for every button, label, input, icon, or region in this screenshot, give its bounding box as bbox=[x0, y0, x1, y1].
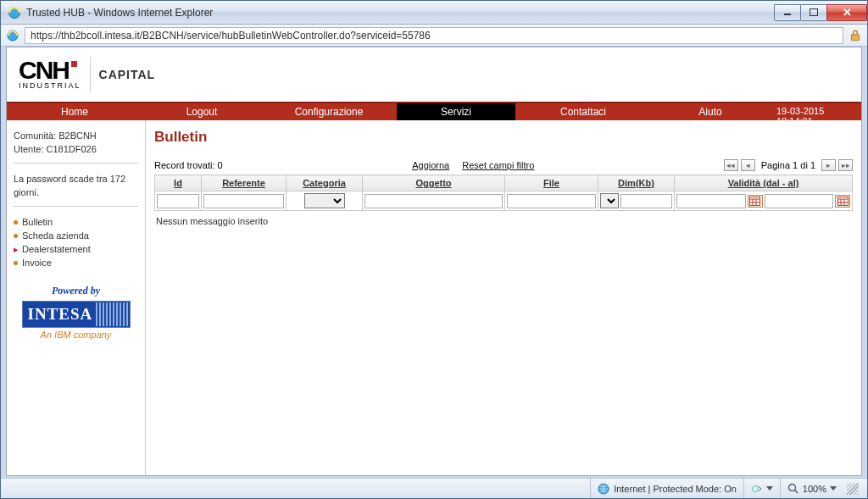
no-results-label: Nessun messaggio inserito bbox=[154, 211, 853, 231]
calendar-from-button[interactable] bbox=[748, 195, 763, 208]
content: Bulletin Record trovati: 0 Aggiorna Rese… bbox=[146, 120, 861, 475]
window-title: Trusted HUB - Windows Internet Explorer bbox=[26, 7, 775, 19]
brand-red-square-icon bbox=[71, 61, 77, 67]
filter-categoria-select[interactable] bbox=[304, 193, 345, 208]
ie-favicon bbox=[8, 6, 21, 19]
sidebar-user: Utente: C181DF026 bbox=[14, 142, 138, 156]
lock-icon bbox=[849, 29, 862, 42]
svg-point-16 bbox=[752, 485, 758, 491]
svg-rect-1 bbox=[784, 14, 791, 15]
svg-rect-5 bbox=[750, 197, 760, 205]
powered-by-block: Powered by INTESA An IBM company bbox=[14, 285, 138, 340]
page-client-area: CNH INDUSTRIAL CAPITAL Home Logout Confi… bbox=[6, 47, 862, 476]
page-prev-button[interactable]: ◂ bbox=[741, 159, 755, 171]
filter-valid-to-input[interactable] bbox=[765, 194, 834, 208]
main-menu: Home Logout Configurazione Servizi Conta… bbox=[7, 102, 861, 120]
svg-rect-2 bbox=[810, 9, 818, 16]
sidebar-item-dealer[interactable]: ▸Dealerstatement bbox=[14, 242, 138, 256]
filter-dim-input[interactable] bbox=[620, 194, 672, 208]
sidebar: Comunità: B2BCNH Utente: C181DF026 La pa… bbox=[7, 120, 146, 475]
col-validita[interactable]: Validità (dal - al) bbox=[675, 175, 853, 191]
svg-rect-4 bbox=[851, 34, 859, 40]
brand-capital-label: CAPITAL bbox=[99, 68, 156, 81]
bulletin-table: Id Referente Categoria Oggetto File Dim(… bbox=[154, 175, 853, 211]
sidebar-item-invoice[interactable]: Invoice bbox=[14, 256, 138, 269]
sidebar-item-scheda[interactable]: Scheda azienda bbox=[14, 229, 138, 242]
filter-oggetto-input[interactable] bbox=[364, 194, 503, 208]
status-zoom[interactable]: 100% bbox=[780, 479, 843, 498]
col-dim[interactable]: Dim(Kb) bbox=[598, 175, 675, 191]
table-filter-row bbox=[155, 191, 853, 211]
page-next-button[interactable]: ▸ bbox=[821, 159, 836, 171]
brand-industrial-label: INDUSTRIAL bbox=[19, 81, 81, 90]
page-last-button[interactable]: ▸▸ bbox=[838, 159, 853, 171]
menu-logout[interactable]: Logout bbox=[142, 103, 261, 120]
records-toolbar: Record trovati: 0 Aggiorna Reset campi f… bbox=[154, 159, 853, 171]
records-count: Record trovati: 0 bbox=[154, 160, 223, 170]
minimize-button[interactable] bbox=[774, 4, 801, 21]
page-label: Pagina 1 di 1 bbox=[761, 160, 815, 170]
menu-datetime: 19-03-2015 18:14:01 bbox=[770, 103, 861, 120]
page-first-button[interactable]: ◂◂ bbox=[724, 159, 738, 171]
page-title: Bulletin bbox=[154, 129, 853, 146]
magnifier-icon bbox=[787, 483, 799, 495]
menu-contatti[interactable]: Contattaci bbox=[515, 103, 651, 120]
brand-divider bbox=[90, 58, 91, 91]
sidebar-item-bulletin[interactable]: Bulletin bbox=[14, 215, 138, 229]
cnh-logo: CNH INDUSTRIAL bbox=[19, 59, 81, 90]
sidebar-pwd-expiry: La password scade tra 172 giorni. bbox=[14, 172, 138, 207]
window-titlebar: Trusted HUB - Windows Internet Explorer … bbox=[1, 1, 867, 25]
filter-id-input[interactable] bbox=[157, 194, 199, 208]
calendar-to-button[interactable] bbox=[835, 195, 850, 208]
col-categoria[interactable]: Categoria bbox=[287, 175, 363, 191]
refresh-link[interactable]: Aggiorna bbox=[412, 160, 449, 170]
status-protected-toggle[interactable] bbox=[743, 479, 780, 498]
svg-rect-10 bbox=[837, 197, 848, 205]
pagination: ◂◂ ◂ Pagina 1 di 1 ▸ ▸▸ bbox=[724, 159, 853, 171]
col-oggetto[interactable]: Oggetto bbox=[363, 175, 505, 191]
sidebar-community: Comunità: B2BCNH bbox=[14, 129, 138, 142]
sidebar-identity: Comunità: B2BCNH Utente: C181DF026 bbox=[14, 129, 138, 164]
browser-window: Trusted HUB - Windows Internet Explorer … bbox=[0, 0, 868, 499]
menu-config[interactable]: Configurazione bbox=[261, 103, 397, 120]
col-referente[interactable]: Referente bbox=[202, 175, 287, 191]
address-bar: https://thb2bcoll.intesa.it/B2BCNH/servi… bbox=[1, 25, 867, 47]
close-button[interactable]: ✕ bbox=[826, 4, 867, 21]
url-input[interactable]: https://thb2bcoll.intesa.it/B2BCNH/servi… bbox=[25, 27, 843, 44]
powered-by-label: Powered by bbox=[14, 285, 138, 297]
menu-servizi[interactable]: Servizi bbox=[397, 103, 515, 120]
filter-referente-input[interactable] bbox=[203, 194, 284, 208]
status-bar: Internet | Protected Mode: On 100% bbox=[1, 478, 867, 498]
header-logo-row: CNH INDUSTRIAL CAPITAL bbox=[7, 47, 861, 102]
maximize-button[interactable] bbox=[800, 4, 827, 21]
col-id[interactable]: Id bbox=[155, 175, 202, 191]
sidebar-links: Bulletin Scheda azienda ▸Dealerstatement… bbox=[14, 215, 138, 269]
reset-filter-link[interactable]: Reset campi filtro bbox=[462, 160, 534, 170]
table-header-row: Id Referente Categoria Oggetto File Dim(… bbox=[155, 175, 853, 191]
svg-line-18 bbox=[794, 490, 798, 493]
status-zone: Internet | Protected Mode: On bbox=[590, 479, 743, 498]
resize-handle-icon[interactable] bbox=[847, 483, 859, 495]
col-file[interactable]: File bbox=[505, 175, 598, 191]
main-area: Comunità: B2BCNH Utente: C181DF026 La pa… bbox=[7, 120, 861, 475]
intesa-logo: INTESA bbox=[22, 301, 131, 328]
ie-page-icon bbox=[6, 29, 19, 42]
filter-dim-op-select[interactable] bbox=[600, 193, 619, 208]
globe-icon bbox=[598, 483, 609, 495]
filter-valid-from-input[interactable] bbox=[676, 194, 746, 208]
window-buttons: ✕ bbox=[775, 4, 867, 21]
menu-aiuto[interactable]: Aiuto bbox=[651, 103, 770, 120]
svg-point-17 bbox=[788, 484, 795, 491]
menu-home[interactable]: Home bbox=[7, 103, 142, 120]
filter-file-input[interactable] bbox=[507, 194, 596, 208]
ibm-company-label: An IBM company bbox=[14, 330, 138, 340]
